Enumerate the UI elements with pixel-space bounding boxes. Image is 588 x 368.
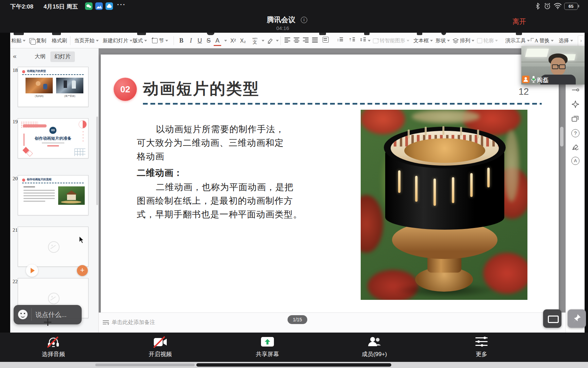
layout-button[interactable]: 版式 xyxy=(133,35,147,46)
arrange-button[interactable]: 排列 xyxy=(453,35,474,46)
home-indicator[interactable] xyxy=(196,363,391,367)
half-circle-decor xyxy=(79,120,87,128)
superscript-button[interactable]: X² xyxy=(229,35,238,46)
pointer-slider-icon[interactable] xyxy=(570,85,581,95)
font-color-dropdown[interactable] xyxy=(223,35,227,46)
mountain-app-icon[interactable] xyxy=(95,2,103,10)
assistant-a-icon[interactable]: A xyxy=(570,156,581,166)
notes-bar[interactable]: 单击此处添加备注 xyxy=(99,312,566,333)
start-video-button[interactable]: 开启视频 xyxy=(130,333,191,362)
paragraph-spacing-button[interactable]: ⇡ xyxy=(348,37,355,43)
members-button[interactable]: 成员(99+) xyxy=(344,333,405,362)
tab-slides[interactable]: 幻灯片 xyxy=(50,51,75,62)
subscript-button[interactable]: X₂ xyxy=(239,35,247,46)
battery-cap xyxy=(578,5,579,7)
slide-number: 22 xyxy=(12,279,18,285)
thumb-caption: (僵尸新娘) xyxy=(56,94,83,98)
headset-muted-icon xyxy=(46,335,61,349)
align-justify-button[interactable] xyxy=(312,37,318,43)
italic-button[interactable]: I xyxy=(187,35,194,46)
more-apps-icon[interactable]: ··· xyxy=(117,1,126,9)
hidden-tab-bump xyxy=(207,33,214,35)
mouse-cursor xyxy=(79,236,85,245)
mic-status-icon xyxy=(531,76,536,85)
presenter-remote-button[interactable] xyxy=(543,309,561,328)
wechat-icon[interactable] xyxy=(85,2,93,10)
font-color-button[interactable]: A xyxy=(214,36,221,46)
pinyin-dropdown[interactable] xyxy=(261,35,264,46)
self-video-preview[interactable]: 阎磊 xyxy=(521,46,585,85)
chevron-down-icon xyxy=(23,40,26,42)
align-right-button[interactable] xyxy=(303,37,309,43)
select-audio-button[interactable]: 选择音频 xyxy=(23,333,84,362)
slide-canvas[interactable]: 02 动画短片的类型 12 以动画短片所需要的制作手法， 可大致分为二维动画、三… xyxy=(101,55,559,312)
section-button[interactable]: 节 xyxy=(152,35,168,46)
paste-button[interactable]: 粘贴 xyxy=(11,35,26,46)
signature-icon[interactable] xyxy=(570,143,581,152)
body-text: 格动画 xyxy=(137,151,164,163)
underline-button[interactable]: U xyxy=(196,35,203,46)
align-left-button[interactable] xyxy=(284,37,290,43)
title-underline xyxy=(143,103,542,105)
sidebar-scrollbar[interactable] xyxy=(96,117,98,205)
hidden-tab-bump xyxy=(364,33,370,35)
pin-toolbar-button[interactable] xyxy=(568,309,586,328)
shapes-button[interactable]: 形状 xyxy=(436,35,450,46)
line-spacing-button[interactable]: ↕ xyxy=(337,37,343,43)
scroll-down-button[interactable]: ⌄ xyxy=(559,298,564,303)
slide-thumbnail-18[interactable]: 动画短片的类型 (鬼妈妈) (僵尸新娘) xyxy=(18,67,88,107)
chat-divider xyxy=(31,308,32,321)
tab-outline[interactable]: 大纲 xyxy=(35,53,46,60)
slide-thumbnail-20[interactable]: 创作动画短片的流程 xyxy=(18,175,88,215)
meeting-info-icon[interactable]: i xyxy=(301,17,307,23)
align-center-button[interactable] xyxy=(294,37,299,43)
page-indicator-pill: 1/15 xyxy=(288,315,307,324)
battery-icon: 65 xyxy=(564,3,578,10)
slide-thumbnail-19[interactable]: 03 创作动画短片的准备 ×××× xyxy=(18,118,88,158)
spacing-options-button[interactable]: ⇕ xyxy=(359,37,366,43)
play-slide-button[interactable] xyxy=(26,264,38,277)
emoji-icon[interactable] xyxy=(18,310,28,319)
copy-button[interactable]: 复制 xyxy=(29,35,46,46)
play-icon xyxy=(31,268,35,273)
clock-time: 下午2:08 xyxy=(10,3,33,11)
grid-decor xyxy=(75,149,85,156)
collapse-panel-icon[interactable]: « xyxy=(13,52,17,60)
slide-thumbnail-21[interactable] xyxy=(18,227,88,267)
help-icon[interactable]: ? xyxy=(570,128,581,138)
more-button[interactable]: 更多 xyxy=(451,333,512,362)
smart-graphic-button[interactable]: ✦ 转智能图形 xyxy=(373,35,409,46)
outline-button[interactable]: 轮廓 xyxy=(477,35,498,46)
resize-plus-handle[interactable] xyxy=(44,318,51,326)
scroll-up-button[interactable]: ⌃ xyxy=(559,291,564,296)
add-slide-button[interactable]: + xyxy=(77,265,88,276)
canvas-scrollbar[interactable] xyxy=(560,127,564,147)
find-replace-button[interactable]: A 替换 xyxy=(531,35,554,46)
highlighter-button[interactable] xyxy=(266,35,274,46)
text-box-button[interactable]: 文本框 xyxy=(413,35,433,46)
present-tools-button[interactable]: 演示工具 xyxy=(505,35,530,46)
accent-bar xyxy=(47,145,59,147)
duplicate-slide-icon[interactable] xyxy=(570,114,581,123)
share-screen-icon xyxy=(260,336,275,348)
leave-meeting-button[interactable]: 离开 xyxy=(512,17,526,26)
bold-button[interactable]: B xyxy=(177,35,185,46)
beautify-star-icon[interactable] xyxy=(570,99,581,109)
text-direction-button[interactable] xyxy=(323,37,329,43)
new-slide-button[interactable]: 新建幻灯片 xyxy=(103,35,132,46)
spacing-dropdown[interactable] xyxy=(367,35,370,46)
format-painter-button[interactable]: 格式刷 xyxy=(52,35,67,46)
highlighter-dropdown[interactable] xyxy=(275,35,278,46)
cloud-app-icon[interactable] xyxy=(105,2,113,10)
pinyin-guide-button[interactable]: wén 文 xyxy=(250,35,260,46)
share-screen-button[interactable]: 共享屏幕 xyxy=(237,333,298,362)
thumb-title: 创作动画短片的准备 xyxy=(18,136,88,141)
play-from-page-button[interactable]: 当页开始 xyxy=(74,35,99,46)
horizontal-scrollbar[interactable] xyxy=(95,364,195,366)
select-button[interactable]: 选择 xyxy=(559,35,573,46)
participant-badge-icon xyxy=(522,76,529,83)
toolbar-overflow-button[interactable]: › xyxy=(578,35,584,46)
thumb-section-badge: 03 xyxy=(49,127,56,134)
strikethrough-button[interactable]: S xyxy=(205,35,212,46)
meeting-screen: 下午2:08 4月15日 周五 ··· 65 腾讯会议 i 04:1 xyxy=(0,0,588,368)
